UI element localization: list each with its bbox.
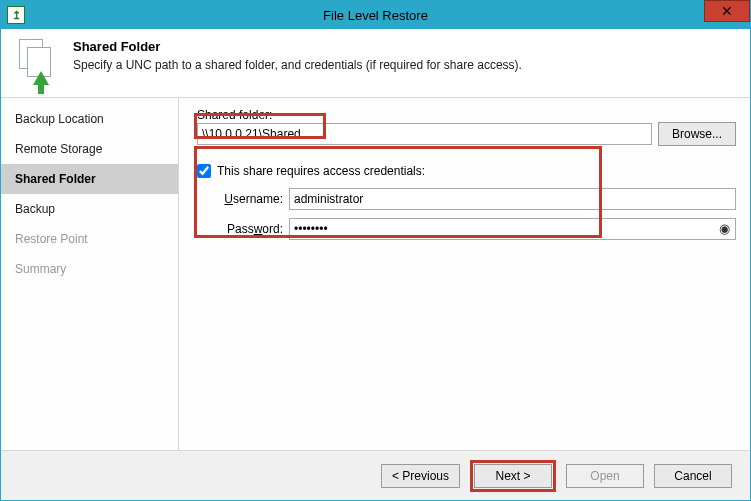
- username-label: Username:: [219, 192, 289, 206]
- wizard-window: ↥ File Level Restore ✕ Shared Folder Spe…: [0, 0, 751, 501]
- step-backup-location[interactable]: Backup Location: [1, 104, 178, 134]
- browse-button[interactable]: Browse...: [658, 122, 736, 146]
- wizard-steps-sidebar: Backup Location Remote Storage Shared Fo…: [1, 98, 179, 450]
- credentials-checkbox-label: This share requires access credentials:: [217, 164, 425, 178]
- password-input[interactable]: [289, 218, 736, 240]
- wizard-footer: < Previous Next > Open Cancel: [1, 450, 750, 500]
- username-input[interactable]: [289, 188, 736, 210]
- step-summary[interactable]: Summary: [1, 254, 178, 284]
- credentials-checkbox-row[interactable]: This share requires access credentials:: [197, 164, 736, 178]
- step-restore-point[interactable]: Restore Point: [1, 224, 178, 254]
- step-shared-folder[interactable]: Shared Folder: [1, 164, 178, 194]
- next-button[interactable]: Next >: [474, 464, 552, 488]
- restore-icon: [15, 39, 59, 83]
- step-remote-storage[interactable]: Remote Storage: [1, 134, 178, 164]
- shared-folder-input[interactable]: [197, 123, 652, 145]
- shared-folder-label: Shared folder:: [197, 108, 736, 122]
- window-title: File Level Restore: [1, 8, 750, 23]
- open-button: Open: [566, 464, 644, 488]
- page-description: Specify a UNC path to a shared folder, a…: [73, 58, 522, 72]
- reveal-password-icon[interactable]: ◉: [719, 221, 730, 236]
- step-backup[interactable]: Backup: [1, 194, 178, 224]
- password-label: Password:: [219, 222, 289, 236]
- highlight-next: Next >: [470, 460, 556, 492]
- previous-button[interactable]: < Previous: [381, 464, 460, 488]
- titlebar: ↥ File Level Restore ✕: [1, 1, 750, 29]
- cancel-button[interactable]: Cancel: [654, 464, 732, 488]
- page-title: Shared Folder: [73, 39, 522, 54]
- main-panel: Shared folder: Browse... This share requ…: [179, 98, 750, 450]
- close-button[interactable]: ✕: [704, 0, 750, 22]
- credentials-checkbox[interactable]: [197, 164, 211, 178]
- wizard-header: Shared Folder Specify a UNC path to a sh…: [1, 29, 750, 98]
